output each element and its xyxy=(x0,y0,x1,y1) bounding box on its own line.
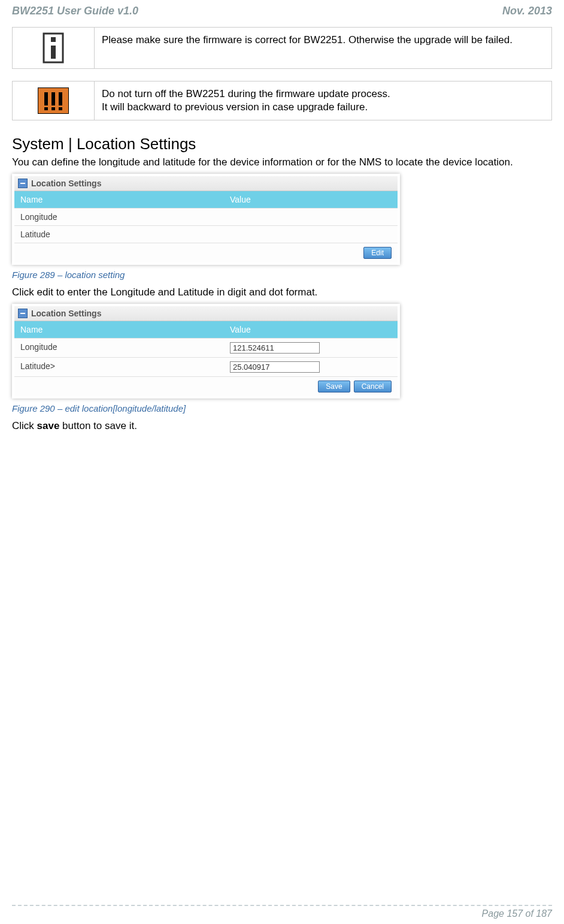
callout-info-text: Please make sure the firmware is correct… xyxy=(95,28,520,68)
row-name: Latitude xyxy=(14,226,224,243)
svg-rect-8 xyxy=(51,107,55,110)
save-text-pre: Click xyxy=(12,420,37,431)
warn-icon-cell xyxy=(13,81,95,120)
row-name: Longitude xyxy=(14,209,224,225)
mid-text: Click edit to enter the Longitude and La… xyxy=(12,286,552,299)
doc-title: BW2251 User Guide v1.0 xyxy=(12,5,138,17)
location-settings-panel-edit: Location Settings Name Value Longitude L… xyxy=(12,304,400,398)
callout-warning-line1: Do not turn off the BW2251 during the fi… xyxy=(102,87,390,101)
panel-title: Location Settings xyxy=(31,179,101,188)
col-header-value: Value xyxy=(224,191,398,208)
doc-date: Nov. 2013 xyxy=(502,5,552,17)
footer-divider xyxy=(12,905,552,906)
callout-warning: Do not turn off the BW2251 during the fi… xyxy=(12,81,552,120)
panel-title: Location Settings xyxy=(31,309,101,318)
location-settings-panel-view: Location Settings Name Value Longitude L… xyxy=(12,174,400,265)
panel-title-icon xyxy=(18,179,28,188)
info-icon xyxy=(43,32,64,64)
col-header-name: Name xyxy=(14,191,224,208)
longitude-input[interactable] xyxy=(230,342,320,354)
edit-button[interactable]: Edit xyxy=(363,247,392,259)
page-number: Page 157 of 187 xyxy=(12,908,552,919)
col-header-value: Value xyxy=(224,321,398,338)
svg-rect-2 xyxy=(51,46,56,59)
warning-icon xyxy=(38,87,69,114)
row-value xyxy=(224,226,398,243)
figure-caption-289: Figure 289 – location setting xyxy=(12,270,552,280)
table-row: Longitude xyxy=(14,208,398,225)
col-header-name: Name xyxy=(14,321,224,338)
figure-caption-290: Figure 290 – edit location[longitude/lat… xyxy=(12,403,552,413)
table-row: Longitude xyxy=(14,338,398,357)
svg-rect-7 xyxy=(44,107,48,110)
intro-text: You can define the longitude and latitud… xyxy=(12,156,552,169)
row-name: Longitude xyxy=(14,339,224,357)
save-button[interactable]: Save xyxy=(318,381,350,392)
save-text-post: button to save it. xyxy=(59,420,137,431)
panel-titlebar: Location Settings xyxy=(14,306,398,321)
info-icon-cell xyxy=(13,28,95,68)
save-text-bold: save xyxy=(37,420,60,431)
svg-rect-5 xyxy=(51,92,55,105)
table-row: Latitude xyxy=(14,225,398,243)
panel-title-icon xyxy=(18,309,28,318)
svg-rect-6 xyxy=(59,92,62,105)
section-title: System | Location Settings xyxy=(12,135,552,153)
cancel-button[interactable]: Cancel xyxy=(354,381,392,392)
callout-warning-line2: It will backward to previous version in … xyxy=(102,101,390,114)
save-instruction: Click save button to save it. xyxy=(12,419,552,433)
svg-rect-4 xyxy=(44,92,48,105)
svg-rect-1 xyxy=(51,37,56,42)
callout-info: Please make sure the firmware is correct… xyxy=(12,27,552,69)
latitude-input[interactable] xyxy=(230,361,320,373)
table-row: Latitude> xyxy=(14,357,398,376)
row-value xyxy=(224,209,398,225)
svg-rect-9 xyxy=(59,107,62,110)
panel-titlebar: Location Settings xyxy=(14,176,398,191)
row-name: Latitude> xyxy=(14,358,224,376)
